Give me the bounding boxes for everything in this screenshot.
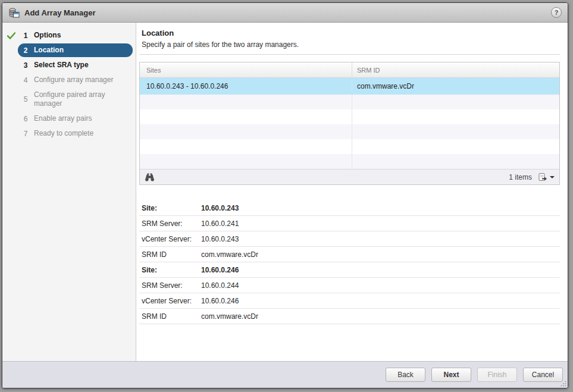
- table-empty-row: [140, 95, 559, 109]
- step-number: 5: [21, 95, 30, 104]
- detail-value: 10.60.0.241: [201, 219, 239, 228]
- detail-label: Site:: [142, 266, 201, 274]
- detail-label: vCenter Server:: [142, 297, 201, 305]
- add-array-manager-dialog: Add Array Manager ? 1 Options 2: [2, 2, 568, 388]
- detail-row: vCenter Server: 10.60.0.246: [139, 293, 560, 309]
- table-empty-row: [140, 154, 559, 169]
- table-header-row: Sites SRM ID: [140, 62, 559, 78]
- wizard-step-configure-paired-array-manager: 5 Configure paired array manager: [4, 87, 133, 111]
- column-header-srm-id[interactable]: SRM ID: [352, 62, 559, 77]
- detail-label: Site:: [142, 204, 201, 212]
- step-number: 6: [21, 115, 30, 123]
- cell-srm-id: com.vmware.vcDr: [352, 82, 559, 90]
- step-number: 7: [21, 130, 30, 138]
- table-empty-row: [140, 124, 559, 139]
- wizard-step-ready-to-complete: 7 Ready to complete: [4, 126, 133, 141]
- wizard-steps-sidebar: 1 Options 2 Location 3 Select SRA type: [2, 23, 136, 361]
- detail-value: com.vmware.vcDr: [201, 250, 258, 259]
- resize-grip[interactable]: [561, 381, 566, 387]
- wizard-page-location: Location Specify a pair of sites for the…: [136, 23, 568, 361]
- table-empty-row: [140, 139, 559, 154]
- step-label: Location: [34, 46, 64, 55]
- step-number: 4: [21, 76, 30, 84]
- next-button[interactable]: Next: [431, 368, 471, 382]
- find-binoculars-icon[interactable]: [145, 173, 155, 181]
- step-label: Enable array pairs: [34, 114, 92, 123]
- sites-table: Sites SRM ID 10.60.0.243 - 10.60.0.246 c…: [139, 62, 560, 185]
- detail-row: SRM Server: 10.60.0.244: [139, 278, 560, 293]
- step-label: Select SRA type: [34, 61, 89, 70]
- site-details-list: Site: 10.60.0.243 SRM Server: 10.60.0.24…: [139, 200, 560, 324]
- wizard-step-enable-array-pairs: 6 Enable array pairs: [4, 111, 133, 126]
- detail-value: com.vmware.vcDr: [201, 312, 258, 321]
- page-title: Location: [139, 29, 560, 37]
- detail-label: SRM Server:: [142, 219, 201, 228]
- step-number: 2: [21, 46, 30, 55]
- export-icon: [538, 173, 547, 182]
- header-divider: [139, 54, 560, 55]
- detail-row: SRM Server: 10.60.0.241: [139, 216, 560, 231]
- detail-row: SRM ID com.vmware.vcDr: [139, 309, 560, 324]
- items-count: 1 items: [509, 173, 532, 181]
- step-number: 1: [21, 32, 30, 40]
- table-toolbar: 1 items: [140, 169, 559, 184]
- dialog-footer: Back Next Finish Cancel: [2, 361, 568, 388]
- detail-label: SRM ID: [142, 250, 201, 259]
- detail-row: vCenter Server: 10.60.0.243: [139, 231, 560, 247]
- cancel-button[interactable]: Cancel: [523, 368, 563, 382]
- step-label: Configure array manager: [34, 76, 113, 84]
- page-description: Specify a pair of sites for the two arra…: [139, 40, 560, 49]
- step-label: Options: [34, 31, 61, 40]
- detail-label: vCenter Server:: [142, 235, 201, 243]
- help-button[interactable]: ?: [551, 7, 562, 18]
- wizard-step-select-sra-type[interactable]: 3 Select SRA type: [4, 58, 133, 73]
- step-number: 3: [21, 61, 30, 70]
- export-dropdown-caret: [550, 176, 555, 178]
- wizard-step-location[interactable]: 2 Location: [4, 43, 133, 58]
- detail-value: 10.60.0.246: [201, 297, 239, 305]
- check-icon: [7, 32, 15, 39]
- step-label: Ready to complete: [34, 129, 93, 138]
- dialog-body: 1 Options 2 Location 3 Select SRA type: [2, 23, 568, 361]
- detail-value: 10.60.0.246: [201, 266, 239, 274]
- detail-value: 10.60.0.243: [201, 235, 239, 243]
- array-manager-icon: [8, 8, 20, 18]
- detail-row: Site: 10.60.0.243: [139, 200, 560, 216]
- back-button[interactable]: Back: [386, 368, 425, 382]
- column-header-sites[interactable]: Sites: [140, 62, 352, 77]
- detail-row: SRM ID com.vmware.vcDr: [139, 247, 560, 262]
- detail-value: 10.60.0.243: [201, 204, 239, 212]
- detail-value: 10.60.0.244: [201, 281, 239, 290]
- table-empty-row: [140, 109, 559, 124]
- detail-label: SRM Server:: [142, 281, 201, 290]
- step-label: Configure paired array manager: [34, 90, 130, 108]
- finish-button: Finish: [477, 368, 517, 382]
- window-title: Add Array Manager: [24, 8, 551, 17]
- wizard-step-configure-array-manager: 4 Configure array manager: [4, 73, 133, 87]
- table-row-site-pair[interactable]: 10.60.0.243 - 10.60.0.246 com.vmware.vcD…: [140, 78, 559, 95]
- title-bar: Add Array Manager ?: [2, 3, 568, 23]
- export-button[interactable]: [538, 173, 555, 182]
- detail-label: SRM ID: [142, 312, 201, 321]
- cell-sites: 10.60.0.243 - 10.60.0.246: [140, 82, 352, 90]
- wizard-step-options[interactable]: 1 Options: [4, 28, 133, 43]
- detail-row: Site: 10.60.0.246: [139, 262, 560, 278]
